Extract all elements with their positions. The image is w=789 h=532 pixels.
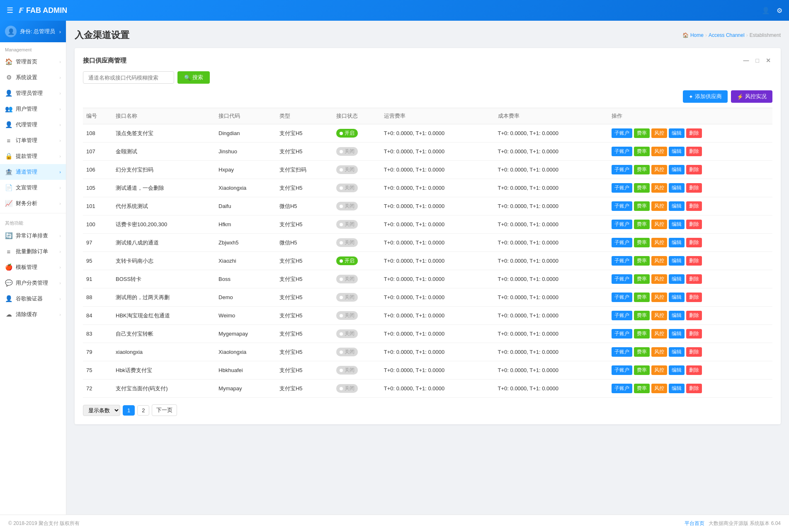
user-icon[interactable]: 👤 [762, 7, 770, 15]
rate-button[interactable]: 费率 [634, 311, 650, 320]
risk-button[interactable]: 风控 [651, 384, 667, 393]
settings-icon[interactable]: ⚙ [777, 7, 782, 15]
sidebar-item-category[interactable]: 💬 用户分类管理 › [0, 275, 66, 291]
risk-button[interactable]: 风控 [651, 311, 667, 320]
rate-button[interactable]: 费率 [634, 256, 650, 266]
sub-account-button[interactable]: 子账户 [612, 165, 632, 174]
sub-account-button[interactable]: 子账户 [612, 347, 632, 357]
edit-button[interactable]: 编辑 [669, 147, 685, 156]
sidebar-item-agent[interactable]: 👤 代理管理 › [0, 117, 66, 133]
edit-button[interactable]: 编辑 [669, 256, 685, 266]
sidebar-item-user[interactable]: 👥 用户管理 › [0, 101, 66, 117]
risk-button[interactable]: 风控 [651, 256, 667, 266]
menu-toggle-icon[interactable]: ☰ [7, 6, 13, 15]
rate-button[interactable]: 费率 [634, 238, 650, 247]
sidebar-item-finance[interactable]: 📈 财务分析 › [0, 196, 66, 211]
rate-button[interactable]: 费率 [634, 183, 650, 193]
delete-button[interactable]: 删除 [686, 165, 702, 174]
rate-button[interactable]: 费率 [634, 128, 650, 138]
sidebar-item-template[interactable]: 🍎 模板管理 › [0, 259, 66, 275]
risk-button[interactable]: 风控 [651, 201, 667, 211]
delete-button[interactable]: 删除 [686, 201, 702, 211]
sub-account-button[interactable]: 子账户 [612, 201, 632, 211]
sub-account-button[interactable]: 子账户 [612, 147, 632, 156]
sidebar-item-order[interactable]: ≡ 订单管理 › [0, 133, 66, 148]
delete-button[interactable]: 删除 [686, 147, 702, 156]
sub-account-button[interactable]: 子账户 [612, 183, 632, 193]
breadcrumb-home-link[interactable]: Home [690, 32, 704, 38]
delete-button[interactable]: 删除 [686, 256, 702, 266]
sub-account-button[interactable]: 子账户 [612, 311, 632, 320]
risk-button[interactable]: 风控 [651, 128, 667, 138]
rate-button[interactable]: 费率 [634, 220, 650, 229]
search-button[interactable]: 🔍 搜索 [177, 71, 210, 84]
breadcrumb-access-link[interactable]: Access Channel [709, 32, 745, 38]
sidebar-item-document[interactable]: 📄 文宣管理 › [0, 180, 66, 196]
edit-button[interactable]: 编辑 [669, 311, 685, 320]
footer-home-link[interactable]: 平台首页 [685, 520, 704, 526]
rate-button[interactable]: 费率 [634, 201, 650, 211]
edit-button[interactable]: 编辑 [669, 201, 685, 211]
sub-account-button[interactable]: 子账户 [612, 220, 632, 229]
delete-button[interactable]: 删除 [686, 238, 702, 247]
delete-button[interactable]: 删除 [686, 365, 702, 375]
sidebar-item-clear[interactable]: ☁ 清除缓存 › [0, 307, 66, 322]
maximize-icon[interactable]: □ [754, 56, 761, 65]
page-size-select[interactable]: 显示条数 [83, 405, 120, 416]
add-supplier-button[interactable]: ✦ 添加供应商 [683, 90, 728, 103]
delete-button[interactable]: 删除 [686, 183, 702, 193]
sub-account-button[interactable]: 子账户 [612, 329, 632, 339]
edit-button[interactable]: 编辑 [669, 365, 685, 375]
delete-button[interactable]: 删除 [686, 128, 702, 138]
edit-button[interactable]: 编辑 [669, 238, 685, 247]
close-icon[interactable]: ✕ [764, 56, 772, 65]
delete-button[interactable]: 删除 [686, 347, 702, 357]
delete-button[interactable]: 删除 [686, 293, 702, 302]
sub-account-button[interactable]: 子账户 [612, 293, 632, 302]
sidebar-item-abnormal[interactable]: 🔄 异常订单排查 › [0, 228, 66, 244]
risk-button[interactable]: 风控 [651, 365, 667, 375]
sidebar-item-google[interactable]: 👤 谷歌验证器 › [0, 291, 66, 307]
sidebar-item-admin[interactable]: 👤 管理员管理 › [0, 85, 66, 101]
risk-button[interactable]: 风控 [651, 347, 667, 357]
page-2-button[interactable]: 2 [137, 405, 149, 416]
edit-button[interactable]: 编辑 [669, 183, 685, 193]
rate-button[interactable]: 费率 [634, 165, 650, 174]
delete-button[interactable]: 删除 [686, 274, 702, 284]
risk-button[interactable]: 风控 [651, 220, 667, 229]
risk-button[interactable]: 风控 [651, 147, 667, 156]
risk-button[interactable]: 风控 [651, 165, 667, 174]
edit-button[interactable]: 编辑 [669, 384, 685, 393]
delete-button[interactable]: 删除 [686, 384, 702, 393]
edit-button[interactable]: 编辑 [669, 329, 685, 339]
risk-button[interactable]: 风控 [651, 183, 667, 193]
risk-monitor-button[interactable]: ⚡ 风控实况 [731, 90, 772, 103]
page-next-button[interactable]: 下一页 [152, 404, 177, 416]
risk-button[interactable]: 风控 [651, 293, 667, 302]
sub-account-button[interactable]: 子账户 [612, 128, 632, 138]
sidebar-item-system[interactable]: ⚙ 系统设置 › [0, 70, 66, 85]
edit-button[interactable]: 编辑 [669, 165, 685, 174]
rate-button[interactable]: 费率 [634, 293, 650, 302]
sidebar-item-channel[interactable]: 🏦 通道管理 › [0, 164, 66, 180]
search-input[interactable] [83, 71, 174, 84]
edit-button[interactable]: 编辑 [669, 220, 685, 229]
edit-button[interactable]: 编辑 [669, 274, 685, 284]
rate-button[interactable]: 费率 [634, 384, 650, 393]
rate-button[interactable]: 费率 [634, 147, 650, 156]
delete-button[interactable]: 删除 [686, 311, 702, 320]
minimize-icon[interactable]: — [742, 56, 751, 65]
sidebar-item-batch[interactable]: ≡ 批量删除订单 › [0, 244, 66, 259]
edit-button[interactable]: 编辑 [669, 128, 685, 138]
sub-account-button[interactable]: 子账户 [612, 238, 632, 247]
sub-account-button[interactable]: 子账户 [612, 256, 632, 266]
sub-account-button[interactable]: 子账户 [612, 365, 632, 375]
risk-button[interactable]: 风控 [651, 238, 667, 247]
rate-button[interactable]: 费率 [634, 274, 650, 284]
sub-account-button[interactable]: 子账户 [612, 274, 632, 284]
sidebar-item-withdraw[interactable]: 🔒 提款管理 › [0, 148, 66, 164]
rate-button[interactable]: 费率 [634, 347, 650, 357]
page-1-button[interactable]: 1 [123, 405, 135, 416]
delete-button[interactable]: 删除 [686, 329, 702, 339]
risk-button[interactable]: 风控 [651, 274, 667, 284]
